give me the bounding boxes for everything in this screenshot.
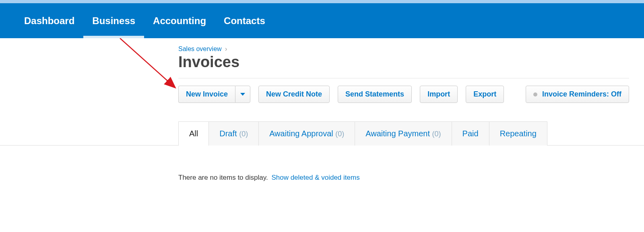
tab-count: (0) [432, 130, 441, 138]
new-credit-note-button[interactable]: New Credit Note [258, 86, 330, 103]
nav-business[interactable]: Business [83, 3, 144, 38]
tabs: All Draft (0) Awaiting Approval (0) Awai… [178, 121, 629, 146]
selection-highlight [0, 0, 644, 3]
main-nav: Dashboard Business Accounting Contacts [0, 3, 644, 38]
tabs-container: All Draft (0) Awaiting Approval (0) Awai… [178, 121, 629, 146]
divider [178, 78, 629, 78]
tab-label: All [189, 129, 198, 138]
svg-line-0 [120, 38, 175, 87]
tab-label: Repeating [500, 129, 537, 138]
new-invoice-button[interactable]: New Invoice [178, 86, 235, 103]
new-invoice-dropdown-button[interactable] [235, 86, 250, 103]
tab-label: Paid [462, 129, 479, 138]
export-button[interactable]: Export [466, 86, 504, 103]
page-title: Invoices [178, 53, 629, 71]
breadcrumb-link[interactable]: Sales overview [178, 45, 222, 52]
page-body: Sales overview › Invoices New Invoice Ne… [0, 38, 644, 182]
toolbar: New Invoice New Credit Note Send Stateme… [178, 86, 629, 103]
tab-label: Awaiting Payment [365, 129, 430, 138]
nav-dashboard[interactable]: Dashboard [15, 3, 83, 38]
tab-count: (0) [239, 130, 248, 138]
new-invoice-group: New Invoice [178, 86, 250, 103]
tab-count: (0) [335, 130, 344, 138]
tab-repeating[interactable]: Repeating [489, 121, 547, 146]
nav-contacts[interactable]: Contacts [215, 3, 274, 38]
tab-all[interactable]: All [178, 121, 209, 146]
tab-paid[interactable]: Paid [452, 121, 489, 146]
send-statements-button[interactable]: Send Statements [338, 86, 412, 103]
import-button[interactable]: Import [420, 86, 458, 103]
invoice-reminders-label: Invoice Reminders: Off [542, 90, 621, 99]
tab-label: Awaiting Approval [269, 129, 333, 138]
empty-state: There are no items to display. Show dele… [178, 146, 629, 182]
tab-awaiting-approval[interactable]: Awaiting Approval (0) [258, 121, 355, 146]
tab-awaiting-payment[interactable]: Awaiting Payment (0) [355, 121, 452, 146]
breadcrumb: Sales overview › [178, 45, 629, 53]
tab-draft[interactable]: Draft (0) [208, 121, 259, 146]
empty-text: There are no items to display. [178, 174, 268, 181]
invoice-reminders-button[interactable]: Invoice Reminders: Off [526, 86, 629, 103]
nav-accounting[interactable]: Accounting [144, 3, 215, 38]
tab-label: Draft [219, 129, 237, 138]
status-dot-icon [533, 92, 537, 96]
breadcrumb-separator: › [225, 45, 227, 52]
chevron-down-icon [240, 93, 245, 96]
show-deleted-link[interactable]: Show deleted & voided items [271, 174, 359, 181]
